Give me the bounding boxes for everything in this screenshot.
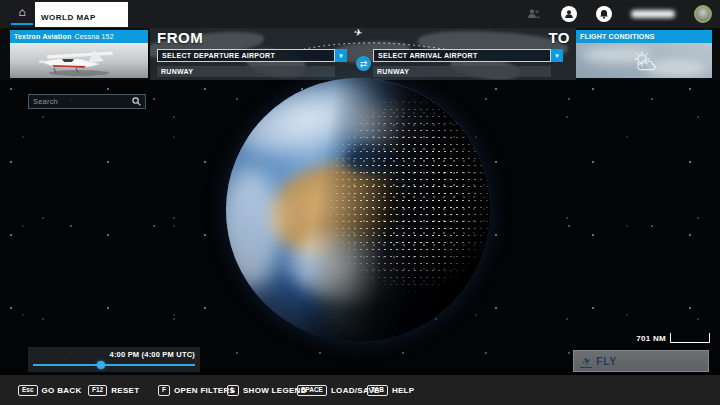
user-avatar[interactable]: [694, 5, 712, 23]
arrival-airport-select[interactable]: SELECT ARRIVAL AIRPORT ▾: [373, 49, 563, 62]
world-map-viewport[interactable]: [0, 80, 720, 374]
fly-button[interactable]: ✈ FLY: [573, 350, 709, 372]
arrival-runway-select[interactable]: RUNWAY: [373, 66, 551, 77]
scale-distance-label: 701 NM: [636, 334, 666, 344]
flight-conditions-panel[interactable]: FLIGHT CONDITIONS: [576, 30, 712, 78]
aircraft-thumbnail: [10, 43, 148, 78]
time-slider-handle[interactable]: [97, 361, 105, 369]
shortcut-go-back-label: GO BACK: [42, 386, 82, 395]
home-icon: ⌂: [11, 3, 33, 21]
shortcut-go-back[interactable]: Esc GO BACK: [18, 375, 81, 405]
aircraft-silhouette-icon: [24, 45, 134, 77]
city-lights: [226, 78, 490, 342]
departure-runway-select[interactable]: RUNWAY: [157, 66, 335, 77]
takeoff-runway-line: [580, 367, 592, 369]
key-l: L: [227, 385, 239, 397]
shortcut-reset[interactable]: F12 RESET: [88, 375, 139, 405]
username-redacted: [631, 10, 675, 18]
arrival-chevron-down-icon[interactable]: ▾: [551, 49, 563, 62]
shortcut-help-label: HELP: [392, 386, 415, 395]
flight-conditions-header: FLIGHT CONDITIONS: [576, 30, 712, 43]
arrival-runway-label: RUNWAY: [377, 68, 409, 75]
time-slider-track[interactable]: [33, 364, 195, 366]
aircraft-manufacturer: Textron Aviation: [14, 33, 71, 40]
profile-icon[interactable]: [561, 6, 577, 22]
tab-world-map-label: WORLD MAP: [41, 13, 96, 22]
search-icon[interactable]: [132, 97, 141, 106]
key-f12: F12: [88, 385, 107, 397]
key-space: SPACE: [297, 385, 327, 397]
from-label: FROM: [157, 29, 203, 46]
shortcut-show-legend[interactable]: L SHOW LEGEND: [227, 375, 307, 405]
shortcut-open-filters[interactable]: F OPEN FILTERS: [158, 375, 235, 405]
world-map-screen: ⌂ WORLD MAP Textron Aviation Cessna 152: [0, 0, 720, 405]
scale-ruler-icon: [670, 332, 710, 344]
route-planning-panel: ✈ FROM TO SELECT DEPARTURE AIRPORT ▾ RUN…: [150, 28, 576, 80]
departure-airport-placeholder: SELECT DEPARTURE AIRPORT: [157, 49, 335, 62]
route-plane-icon: ✈: [353, 28, 363, 39]
topbar-right-icons: [526, 0, 712, 28]
departure-chevron-down-icon[interactable]: ▾: [335, 49, 347, 62]
map-scale: 701 NM: [636, 332, 710, 344]
fly-button-label: FLY: [596, 356, 617, 367]
aircraft-model: Cessna 152: [74, 33, 113, 40]
tab-world-map[interactable]: WORLD MAP: [35, 2, 128, 27]
partly-cloudy-weather-icon: [626, 47, 662, 75]
aircraft-selection-panel[interactable]: Textron Aviation Cessna 152: [10, 30, 148, 78]
top-bar: ⌂ WORLD MAP: [0, 0, 720, 28]
key-tab: TAB: [367, 385, 388, 397]
home-active-underline: [11, 23, 33, 25]
search-input[interactable]: Search: [28, 94, 146, 109]
time-of-day-panel: 4:00 PM (4:00 PM UTC): [28, 347, 200, 372]
home-button[interactable]: ⌂: [11, 3, 33, 27]
swap-airports-button[interactable]: ⇄: [356, 56, 371, 71]
key-esc: Esc: [18, 385, 38, 397]
flight-conditions-title: FLIGHT CONDITIONS: [580, 33, 655, 40]
aircraft-panel-header: Textron Aviation Cessna 152: [10, 30, 148, 43]
swap-icon: ⇄: [360, 59, 368, 69]
search-placeholder: Search: [33, 97, 132, 106]
flight-conditions-preview: [576, 43, 712, 78]
key-f: F: [158, 385, 170, 397]
arrival-airport-placeholder: SELECT ARRIVAL AIRPORT: [373, 49, 551, 62]
friends-icon[interactable]: [526, 6, 542, 22]
departure-runway-label: RUNWAY: [161, 68, 193, 75]
earth-globe[interactable]: [226, 78, 490, 342]
departure-airport-select[interactable]: SELECT DEPARTURE AIRPORT ▾: [157, 49, 347, 62]
to-label: TO: [548, 29, 570, 46]
time-label: 4:00 PM (4:00 PM UTC): [110, 350, 195, 359]
shortcut-reset-label: RESET: [111, 386, 139, 395]
shortcut-help[interactable]: TAB HELP: [367, 375, 414, 405]
shortcut-bar: Esc GO BACK F12 RESET F OPEN FILTERS L S…: [0, 374, 720, 405]
notifications-bell-icon[interactable]: [596, 6, 612, 22]
